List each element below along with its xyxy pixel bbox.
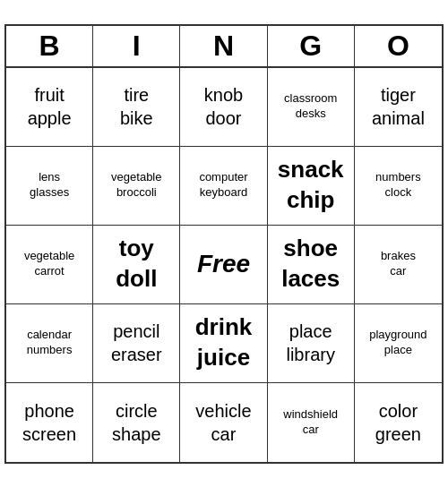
- bingo-cell-12: Free: [180, 226, 267, 304]
- bingo-cell-4: tiger animal: [355, 68, 442, 147]
- cell-text-12: Free: [197, 248, 250, 280]
- cell-text-19: playground place: [369, 328, 426, 358]
- cell-text-14: brakes car: [381, 249, 416, 279]
- bingo-cell-22: vehicle car: [180, 383, 267, 462]
- bingo-header: BINGO: [6, 26, 442, 68]
- cell-text-24: color green: [375, 399, 421, 446]
- bingo-cell-23: windshield car: [268, 383, 355, 462]
- bingo-cell-10: vegetable carrot: [6, 226, 93, 304]
- bingo-cell-17: drink juice: [180, 304, 267, 383]
- header-letter-i: I: [93, 26, 180, 66]
- cell-text-3: classroom desks: [284, 91, 337, 122]
- bingo-cell-20: phone screen: [6, 383, 93, 462]
- cell-text-20: phone screen: [22, 399, 76, 446]
- bingo-cell-5: lens glasses: [6, 147, 93, 226]
- header-letter-o: O: [355, 26, 442, 66]
- cell-text-22: vehicle car: [195, 399, 251, 446]
- header-letter-b: B: [6, 26, 93, 66]
- bingo-cell-14: brakes car: [355, 226, 442, 304]
- bingo-cell-6: vegetable broccoli: [93, 147, 180, 226]
- cell-text-7: computer keyboard: [199, 170, 247, 201]
- cell-text-1: tire bike: [120, 83, 153, 130]
- cell-text-21: circle shape: [112, 399, 161, 446]
- bingo-cell-7: computer keyboard: [180, 147, 267, 226]
- bingo-cell-2: knob door: [180, 68, 267, 147]
- cell-text-16: pencil eraser: [111, 320, 162, 366]
- cell-text-2: knob door: [204, 83, 243, 130]
- bingo-cell-16: pencil eraser: [93, 304, 180, 383]
- bingo-cell-9: numbers clock: [355, 147, 442, 226]
- bingo-cell-18: place library: [268, 304, 355, 383]
- cell-text-23: windshield car: [283, 407, 338, 438]
- bingo-cell-0: fruit apple: [6, 68, 93, 147]
- cell-text-0: fruit apple: [28, 83, 72, 130]
- cell-text-18: place library: [286, 320, 334, 366]
- bingo-cell-21: circle shape: [93, 383, 180, 462]
- cell-text-11: toy doll: [116, 234, 157, 295]
- cell-text-8: snack chip: [278, 155, 344, 216]
- bingo-cell-3: classroom desks: [268, 68, 355, 147]
- header-letter-g: G: [268, 26, 355, 66]
- cell-text-5: lens glasses: [30, 170, 69, 201]
- bingo-cell-8: snack chip: [268, 147, 355, 226]
- bingo-cell-15: calendar numbers: [6, 304, 93, 383]
- header-letter-n: N: [180, 26, 267, 66]
- cell-text-9: numbers clock: [375, 170, 421, 201]
- bingo-card: BINGO fruit appletire bikeknob doorclass…: [4, 24, 444, 464]
- bingo-grid: fruit appletire bikeknob doorclassroom d…: [6, 68, 442, 462]
- bingo-cell-19: playground place: [355, 304, 442, 383]
- cell-text-6: vegetable broccoli: [111, 170, 161, 201]
- cell-text-10: vegetable carrot: [24, 249, 74, 279]
- cell-text-4: tiger animal: [372, 83, 425, 130]
- cell-text-13: shoe laces: [281, 234, 340, 295]
- bingo-cell-24: color green: [355, 383, 442, 462]
- bingo-cell-11: toy doll: [93, 226, 180, 304]
- bingo-cell-1: tire bike: [93, 68, 180, 147]
- bingo-cell-13: shoe laces: [268, 226, 355, 304]
- cell-text-17: drink juice: [195, 312, 253, 373]
- cell-text-15: calendar numbers: [27, 328, 73, 358]
